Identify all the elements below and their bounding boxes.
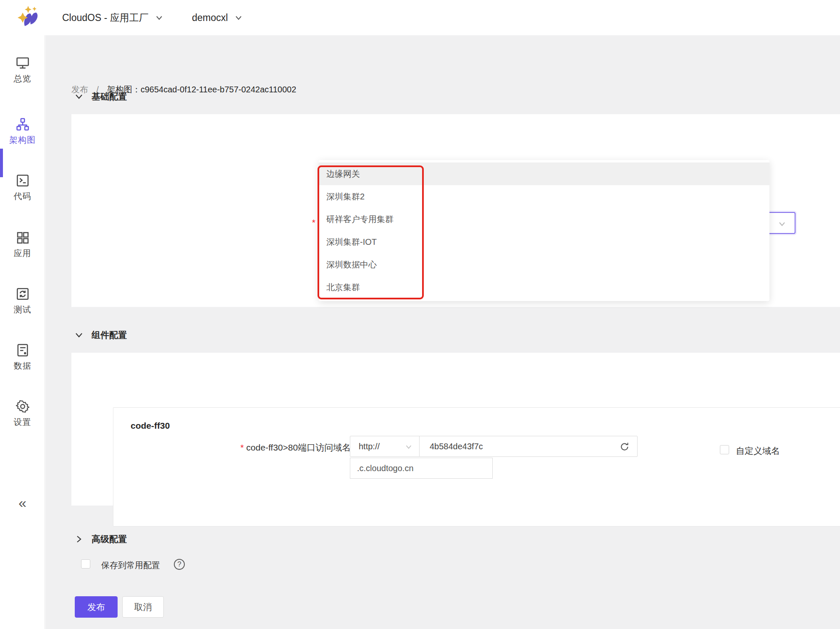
sidebar-item-apps[interactable]: 应用 <box>0 230 45 259</box>
section-title: 基础配置 <box>92 91 127 102</box>
sidebar-item-label: 应用 <box>0 248 45 259</box>
required-mark: * <box>312 218 315 227</box>
refresh-icon[interactable] <box>619 441 630 455</box>
chevron-right-icon <box>74 534 84 544</box>
help-icon[interactable]: ? <box>174 559 185 570</box>
dropdown-option[interactable]: 北京集群 <box>319 276 769 299</box>
breadcrumb-current: 架构图：c9654cad-0f12-11ee-b757-0242ac110002 <box>107 85 297 94</box>
monitor-icon <box>0 55 45 71</box>
app-screen: CloudOS - 应用工厂 democxl 总览 <box>0 0 840 629</box>
sidebar-item-label: 数据 <box>0 360 45 372</box>
dropdown-option[interactable]: 边缘网关 <box>319 162 769 185</box>
sidebar-item-code[interactable]: 代码 <box>0 173 45 202</box>
product-switcher[interactable]: CloudOS - 应用工厂 <box>62 0 164 35</box>
workspace-switcher[interactable]: democxl <box>192 0 243 35</box>
component-name: code-ff30 <box>131 421 170 431</box>
chevron-down-icon <box>404 442 413 453</box>
sidebar-item-overview[interactable]: 总览 <box>0 55 45 84</box>
grid-icon <box>0 230 45 245</box>
save-common-checkbox[interactable] <box>81 559 90 569</box>
sidebar-item-label: 代码 <box>0 191 45 202</box>
sidebar-nav: 总览 架构图 代码 <box>0 35 45 629</box>
custom-domain-checkbox[interactable] <box>720 445 729 454</box>
domain-suffix: .c.cloudtogo.cn <box>357 464 414 473</box>
sidebar-item-label: 总览 <box>0 73 45 84</box>
terminal-icon <box>0 173 45 188</box>
cloudos-logo-icon <box>14 3 42 31</box>
database-icon <box>0 343 45 358</box>
sidebar-collapse-button[interactable]: « <box>0 495 45 511</box>
dropdown-option[interactable]: 深圳集群2 <box>319 185 769 208</box>
publish-button[interactable]: 发布 <box>75 596 118 618</box>
dropdown-option[interactable]: 深圳数据中心 <box>319 253 769 276</box>
sidebar-item-label: 设置 <box>0 417 45 428</box>
cancel-button[interactable]: 取消 <box>122 596 164 618</box>
sidebar-item-label: 架构图 <box>0 134 45 146</box>
product-title: CloudOS - 应用工厂 <box>62 11 149 24</box>
dropdown-option[interactable]: 深圳集群-IOT <box>319 231 769 253</box>
chevron-down-icon <box>74 330 84 340</box>
domain-label: *code-ff30>80端口访问域名 ： <box>240 442 362 453</box>
section-title: 组件配置 <box>92 329 127 341</box>
domain-input[interactable]: 4b584de43f7c <box>419 436 638 457</box>
required-mark: * <box>240 443 244 452</box>
sitemap-icon <box>0 117 45 132</box>
chevron-down-icon <box>74 92 84 102</box>
env-dropdown-menu: 边缘网关 深圳集群2 研祥客户专用集群 深圳集群-IOT 深圳数据中心 北京集群 <box>319 160 769 301</box>
save-common-label[interactable]: 保存到常用配置 <box>101 560 160 571</box>
domain-suffix-box: .c.cloudtogo.cn <box>350 458 493 479</box>
custom-domain-label[interactable]: 自定义域名 <box>736 443 782 459</box>
basic-config-header[interactable]: 基础配置 <box>74 91 127 102</box>
advanced-config-header[interactable]: 高级配置 <box>74 533 127 545</box>
top-header: CloudOS - 应用工厂 democxl <box>0 0 840 35</box>
section-title: 高级配置 <box>92 533 127 545</box>
gear-icon <box>0 399 45 414</box>
sidebar-item-settings[interactable]: 设置 <box>0 399 45 428</box>
sync-box-icon <box>0 286 45 301</box>
sidebar-item-data[interactable]: 数据 <box>0 343 45 372</box>
component-config-panel: code-ff30 *code-ff30>80端口访问域名 ： http:// … <box>71 353 840 506</box>
dropdown-option[interactable]: 研祥客户专用集群 <box>319 208 769 231</box>
sidebar-item-architecture[interactable]: 架构图 <box>0 117 45 146</box>
chevron-down-icon <box>234 13 243 22</box>
component-config-header[interactable]: 组件配置 <box>74 329 127 341</box>
sidebar-item-test[interactable]: 测试 <box>0 286 45 315</box>
workspace-name: democxl <box>192 12 228 24</box>
main-content: 发布 / 架构图：c9654cad-0f12-11ee-b757-0242ac1… <box>45 35 840 629</box>
sidebar-item-label: 测试 <box>0 304 45 315</box>
chevron-down-icon <box>777 219 787 231</box>
protocol-select[interactable]: http:// <box>350 436 420 457</box>
domain-value: 4b584de43f7c <box>430 442 483 451</box>
protocol-value: http:// <box>359 442 380 451</box>
chevron-down-icon <box>155 13 164 22</box>
double-chevron-left-icon: « <box>18 495 26 511</box>
